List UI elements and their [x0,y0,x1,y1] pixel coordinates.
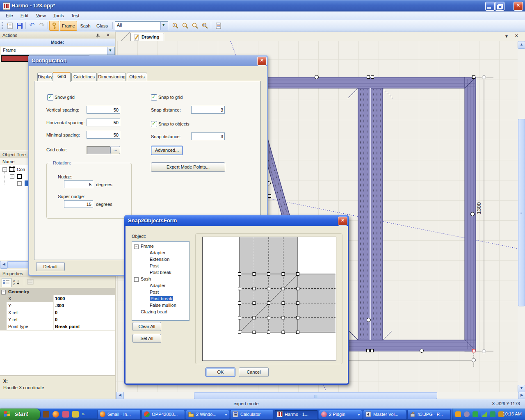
tab-close-icon[interactable]: ✕ [515,33,518,39]
property-value[interactable]: 0 [55,317,57,322]
snap-to-grid-checkbox[interactable] [151,94,157,100]
expert-mode-points-button[interactable]: Expert Mode Points... [151,162,225,172]
task-master-volume[interactable]: Master Vol... [363,410,406,420]
menu-view[interactable]: View [34,13,48,18]
task-opp[interactable]: OPP42008... [142,410,185,420]
horizontal-spacing-input[interactable] [87,119,120,126]
snap-distance-objects-input[interactable] [191,132,225,140]
canvas-vscrollbar[interactable]: ▲ ≡ ▼ [518,41,525,392]
clear-all-button[interactable]: Clear All [132,322,161,331]
tree-item-sash-adapter[interactable]: Adapter [132,283,189,289]
task-calculator[interactable]: Calculator [230,410,274,420]
property-row-y[interactable]: Y: -300 [0,302,115,310]
tree-item-frame[interactable]: Frame [132,243,189,250]
chevron-down-icon[interactable] [107,47,114,55]
ok-button[interactable]: OK [205,368,235,377]
zoom-out-button[interactable] [180,21,190,31]
snap-distance-grid-input[interactable] [191,106,225,114]
menu-file[interactable]: File [3,13,16,18]
tab-objects[interactable]: Objects [127,73,147,81]
task-h3jpg[interactable]: h3.JPG - P... [407,410,451,420]
property-value[interactable]: Break point [55,324,80,329]
undo-button[interactable]: ↶ [27,21,37,31]
tab-display[interactable]: Display [37,73,53,81]
tray-icon-3[interactable] [472,411,478,417]
tree-item-frame-post[interactable]: Post [132,263,189,269]
collapse-icon[interactable] [2,167,7,172]
zoom-button[interactable] [190,21,200,31]
collapse-icon[interactable] [1,290,6,294]
task-pidgin[interactable]: 2 Pidgin ▼ [319,410,362,420]
actions-close-icon[interactable]: ✕ [106,32,110,38]
category-row-geometry[interactable]: Geometry [0,288,115,295]
tab-grid[interactable]: Grid [53,72,71,82]
tree-item-frame-adapter[interactable]: Adapter [132,250,189,256]
nudge-input[interactable] [64,180,93,188]
menu-tools[interactable]: Tools [51,13,66,18]
collapse-icon[interactable] [17,181,22,186]
property-row-pointtype[interactable]: Point type Break point [0,323,115,331]
collapse-icon[interactable] [134,277,139,282]
property-value[interactable]: 1000 [55,296,65,301]
start-button[interactable]: start [0,409,40,420]
tree-item-sash-postbreak[interactable]: Post break [132,296,189,302]
tray-icon-2[interactable] [464,411,470,417]
minimal-spacing-input[interactable] [87,131,120,139]
filter-combobox[interactable]: All [115,21,168,30]
tree-item-sash-post[interactable]: Post [132,289,189,296]
quick-launch-overflow-chevron[interactable]: » [82,411,84,416]
firefox-quick-launch-icon[interactable] [52,411,59,418]
menu-edit[interactable]: Edit [18,13,31,18]
restore-button[interactable] [495,2,504,11]
snap2objects-title-bar[interactable]: Snap2ObjectsForm [124,215,349,226]
property-row-x[interactable]: X: 1000 [0,295,115,303]
chevron-down-icon[interactable]: ▼ [357,413,361,417]
lock-key-button[interactable] [49,21,59,31]
snap-points-preview[interactable] [202,237,336,361]
property-pages-button[interactable] [26,278,35,286]
property-value[interactable]: 0 [55,310,57,315]
categorized-view-button[interactable] [2,278,11,287]
task-harmo[interactable]: Harmo - 1... [274,410,318,420]
zoom-in-button[interactable] [171,21,180,31]
snap-to-objects-checkbox[interactable] [151,121,157,127]
cancel-button[interactable]: Cancel [239,368,269,377]
chevron-down-icon[interactable] [160,22,168,30]
super-nudge-input[interactable] [64,200,93,208]
configuration-close-button[interactable] [257,57,267,66]
tab-guidelines[interactable]: Guidelines [71,73,97,81]
save-button[interactable] [15,21,25,31]
set-all-button[interactable]: Set All [132,334,161,343]
tab-drawing[interactable]: Drawing [130,33,164,41]
canvas-hscrollbar[interactable]: ◀ |||| ▶ [116,392,525,399]
tray-icon-1[interactable] [455,411,461,417]
tree-item-sash-falsemullion[interactable]: False mullion [132,302,189,309]
tree-item-sash[interactable]: Sash [132,276,189,283]
alphabetical-sort-button[interactable]: AZ [12,278,21,286]
default-button[interactable]: Default [36,262,65,271]
glass-mode-button[interactable]: Glass [94,21,111,31]
configuration-title-bar[interactable]: Configuration [28,55,268,66]
show-grid-checkbox[interactable] [47,94,53,100]
toolbar-grip[interactable] [2,22,4,29]
chevron-down-icon[interactable]: ▼ [224,413,228,417]
tree-item-frame-postbreak[interactable]: Post break [132,269,189,276]
quick-launch-icon-3[interactable] [72,411,79,418]
collapse-icon[interactable] [10,174,14,179]
pin-icon[interactable] [96,33,100,38]
vertical-spacing-input[interactable] [87,106,120,114]
tray-icon-4[interactable] [481,411,487,417]
property-row-yrel[interactable]: Y rel: 0 [0,316,115,324]
report-button[interactable] [213,21,223,31]
minimize-button[interactable] [485,2,495,11]
tray-icon-5[interactable] [490,411,495,417]
quick-launch-icon-2[interactable] [62,411,69,418]
tab-dimensioning[interactable]: Dimensioning [98,73,126,81]
grid-color-picker-button[interactable]: ... [110,146,120,154]
quick-launch-icon-1[interactable] [43,411,49,418]
task-windows-group[interactable]: 2 Windo... ▼ [186,410,229,420]
property-row-xrel[interactable]: X rel: 0 [0,309,115,317]
sash-mode-button[interactable]: Sash [78,21,93,31]
property-value[interactable]: -300 [55,303,64,308]
close-button[interactable] [514,2,523,11]
